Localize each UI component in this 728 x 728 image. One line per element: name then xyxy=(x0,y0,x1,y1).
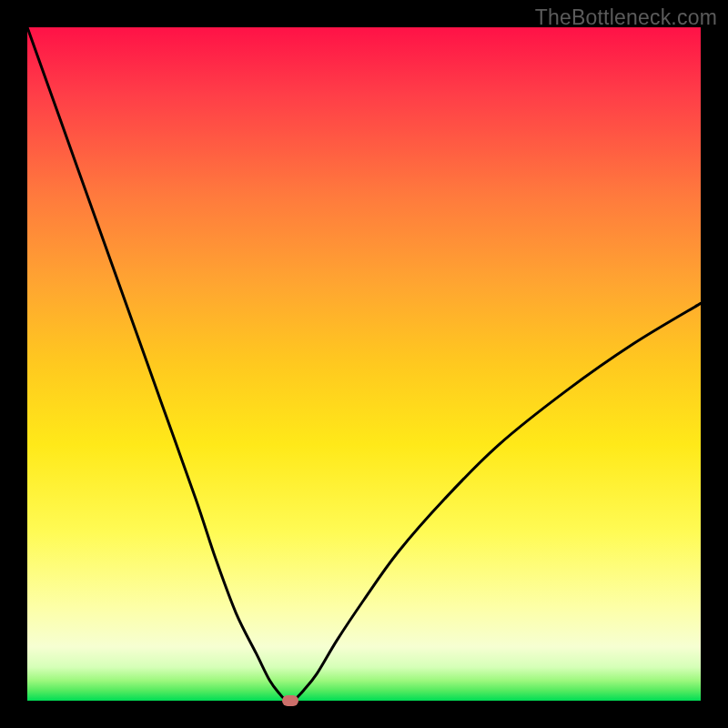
optimal-point-marker xyxy=(282,695,298,706)
bottleneck-curve xyxy=(27,27,701,701)
watermark-text: TheBottleneck.com xyxy=(535,5,717,30)
chart-plot-area xyxy=(27,27,701,701)
